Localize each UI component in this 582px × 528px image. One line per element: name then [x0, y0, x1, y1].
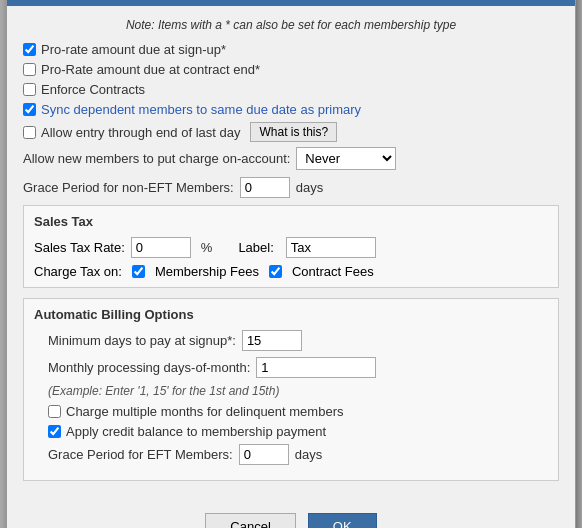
new-members-label: Allow new members to put charge on-accou…	[23, 151, 290, 166]
membership-fees-label: Membership Fees	[155, 264, 259, 279]
grace-period-days: days	[296, 180, 323, 195]
grace-eft-label: Grace Period for EFT Members:	[48, 447, 233, 462]
sales-tax-rate-label: Sales Tax Rate:	[34, 240, 125, 255]
dialog-body: Note: Items with a * can also be set for…	[7, 6, 575, 503]
enforce-contracts-checkbox[interactable]	[23, 83, 36, 96]
pro-rate-contract-row: Pro-Rate amount due at contract end*	[23, 62, 559, 77]
pro-rate-contract-checkbox[interactable]	[23, 63, 36, 76]
min-days-input[interactable]	[242, 330, 302, 351]
sales-tax-rate-row: Sales Tax Rate: % Label:	[34, 237, 548, 258]
sales-tax-section: Sales Tax Sales Tax Rate: % Label: Charg…	[23, 205, 559, 288]
sync-dependent-label: Sync dependent members to same due date …	[41, 102, 361, 117]
membership-fees-checkbox[interactable]	[132, 265, 145, 278]
enforce-contracts-label: Enforce Contracts	[41, 82, 145, 97]
sales-tax-rate-input[interactable]	[131, 237, 191, 258]
pro-rate-signup-checkbox[interactable]	[23, 43, 36, 56]
new-members-select[interactable]: Never Always Ask	[296, 147, 396, 170]
auto-billing-title: Automatic Billing Options	[34, 307, 548, 322]
allow-entry-label: Allow entry through end of last day	[41, 125, 240, 140]
contract-fees-label: Contract Fees	[292, 264, 374, 279]
tax-label-input[interactable]	[286, 237, 376, 258]
note-text: Note: Items with a * can also be set for…	[23, 18, 559, 32]
allow-entry-row: Allow entry through end of last day What…	[23, 122, 559, 142]
grace-eft-days: days	[295, 447, 322, 462]
monthly-days-input[interactable]	[256, 357, 376, 378]
monthly-days-label: Monthly processing days-of-month:	[48, 360, 250, 375]
new-members-row: Allow new members to put charge on-accou…	[23, 147, 559, 170]
percent-label: %	[201, 240, 213, 255]
charge-multiple-row: Charge multiple months for delinquent me…	[48, 404, 548, 419]
apply-credit-checkbox[interactable]	[48, 425, 61, 438]
charge-multiple-label: Charge multiple months for delinquent me…	[66, 404, 343, 419]
grace-period-input[interactable]	[240, 177, 290, 198]
tax-label-label: Label:	[238, 240, 273, 255]
monthly-days-row: Monthly processing days-of-month:	[48, 357, 548, 378]
grace-eft-row: Grace Period for EFT Members: days	[48, 444, 548, 465]
apply-credit-row: Apply credit balance to membership payme…	[48, 424, 548, 439]
min-days-row: Minimum days to pay at signup*:	[48, 330, 548, 351]
grace-period-label: Grace Period for non-EFT Members:	[23, 180, 234, 195]
min-days-label: Minimum days to pay at signup*:	[48, 333, 236, 348]
charge-multiple-checkbox[interactable]	[48, 405, 61, 418]
pro-rate-contract-label: Pro-Rate amount due at contract end*	[41, 62, 260, 77]
enforce-contracts-row: Enforce Contracts	[23, 82, 559, 97]
what-is-this-button[interactable]: What is this?	[250, 122, 337, 142]
auto-billing-section: Automatic Billing Options Minimum days t…	[23, 298, 559, 481]
grace-eft-input[interactable]	[239, 444, 289, 465]
sync-dependent-row: Sync dependent members to same due date …	[23, 102, 559, 117]
pro-rate-signup-label: Pro-rate amount due at sign-up*	[41, 42, 226, 57]
ok-button[interactable]: OK	[308, 513, 377, 528]
apply-credit-label: Apply credit balance to membership payme…	[66, 424, 326, 439]
charge-tax-row: Charge Tax on: Membership Fees Contract …	[34, 264, 548, 279]
pro-rate-signup-row: Pro-rate amount due at sign-up*	[23, 42, 559, 57]
sync-dependent-checkbox[interactable]	[23, 103, 36, 116]
dialog-window: General Billing Options × Note: Items wi…	[6, 0, 576, 528]
allow-entry-checkbox[interactable]	[23, 126, 36, 139]
example-text: (Example: Enter '1, 15' for the 1st and …	[48, 384, 548, 398]
charge-tax-label: Charge Tax on:	[34, 264, 122, 279]
grace-period-row: Grace Period for non-EFT Members: days	[23, 177, 559, 198]
cancel-button[interactable]: Cancel	[205, 513, 295, 528]
sales-tax-title: Sales Tax	[34, 214, 548, 229]
contract-fees-checkbox[interactable]	[269, 265, 282, 278]
dialog-footer: Cancel OK	[7, 503, 575, 528]
